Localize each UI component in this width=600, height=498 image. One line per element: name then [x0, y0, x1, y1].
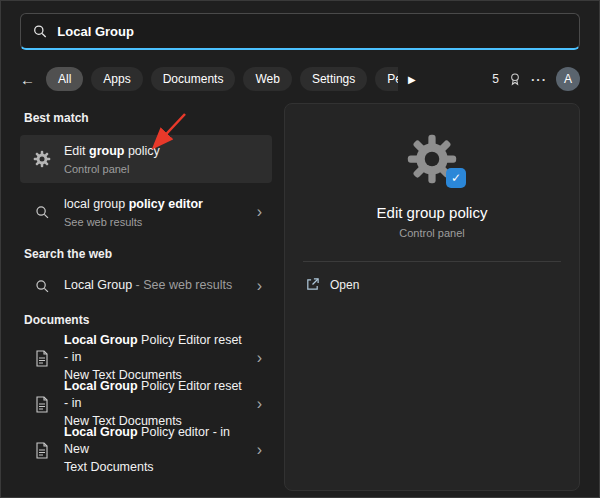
suggestion-text: local group policy editor See web result… [64, 196, 203, 229]
title-post: policy [124, 144, 159, 158]
document-icon [32, 396, 52, 413]
section-header-best-match: Best match [24, 111, 268, 125]
document-icon [32, 442, 52, 459]
gear-icon [32, 149, 52, 169]
chevron-right-icon[interactable]: › [249, 277, 262, 295]
chevron-right-icon[interactable]: › [249, 349, 262, 367]
open-button[interactable]: Open [305, 277, 359, 292]
tab-documents[interactable]: Documents [151, 67, 236, 91]
best-match-item[interactable]: Edit group policy Control panel [20, 135, 272, 183]
item-title: Local Group - See web results [64, 277, 232, 295]
search-icon [32, 279, 52, 294]
tab-apps[interactable]: Apps [91, 67, 142, 91]
check-badge: ✓ [446, 168, 466, 188]
open-label: Open [330, 278, 359, 292]
title-match: Local Group [64, 333, 138, 347]
open-external-icon [305, 277, 320, 292]
document-text: Local Group Policy Editor reset - in New… [64, 378, 249, 431]
filter-bar: ← All Apps Documents Web Settings People… [20, 64, 580, 94]
title-text: Local Group [64, 278, 132, 292]
results-column: Best match Edit group policy Control pan… [20, 103, 272, 473]
document-icon [32, 350, 52, 367]
title-match: policy editor [129, 197, 203, 211]
title-match: group [89, 144, 124, 158]
tab-web[interactable]: Web [243, 67, 291, 91]
preview-title: Edit group policy [377, 204, 488, 221]
preview-subtitle: Control panel [399, 227, 464, 239]
search-bar [20, 13, 580, 50]
title-match: Local Group [64, 425, 138, 439]
best-match-text: Edit group policy Control panel [64, 143, 160, 176]
document-item[interactable]: Local Group Policy Editor reset - in New… [20, 381, 272, 427]
chevron-right-icon[interactable]: › [249, 203, 262, 221]
search-icon [33, 24, 47, 39]
rewards-icon[interactable] [508, 72, 522, 86]
item-title: local group policy editor [64, 196, 203, 214]
document-text: Local Group Policy Editor reset - in New… [64, 332, 249, 385]
tab-all[interactable]: All [46, 67, 83, 91]
item-title: Local Group Policy editor - in New [64, 424, 249, 459]
search-icon [32, 205, 52, 220]
preview-panel: ✓ Edit group policy Control panel Open [284, 103, 580, 491]
tab-people[interactable]: People [375, 67, 398, 91]
title-pre: Edit [64, 144, 89, 158]
preview-app-icon: ✓ [403, 130, 461, 188]
section-header-documents: Documents [24, 313, 268, 327]
item-title-line2: Text Documents [64, 459, 249, 477]
title-suffix: - See web results [132, 278, 232, 292]
item-title: Local Group Policy Editor reset - in [64, 332, 249, 367]
document-item[interactable]: Local Group Policy editor - in New Text … [20, 427, 272, 473]
rewards-count[interactable]: 5 [492, 72, 499, 86]
title-match: Local Group [64, 379, 138, 393]
document-item[interactable]: Local Group Policy Editor reset - in New… [20, 335, 272, 381]
tab-strip: All Apps Documents Web Settings People F… [46, 67, 398, 91]
item-subtitle: See web results [64, 216, 203, 228]
item-subtitle: Control panel [64, 163, 160, 175]
item-title: Edit group policy [64, 143, 160, 161]
item-title: Local Group Policy Editor reset - in [64, 378, 249, 413]
divider [303, 261, 561, 262]
more-options-button[interactable]: ··· [531, 72, 547, 87]
avatar[interactable]: A [556, 67, 580, 91]
document-text: Local Group Policy editor - in New Text … [64, 424, 249, 477]
back-button[interactable]: ← [20, 71, 46, 88]
web-suggestion-item[interactable]: local group policy editor See web result… [20, 189, 272, 235]
section-header-search-web: Search the web [24, 247, 268, 261]
chevron-right-icon[interactable]: › [249, 441, 262, 459]
topbar-right-cluster: 5 ··· A [492, 67, 580, 91]
title-pre: local group [64, 197, 129, 211]
check-icon: ✓ [451, 171, 461, 185]
search-input[interactable] [57, 24, 567, 39]
web-search-item[interactable]: Local Group - See web results › [20, 269, 272, 303]
chevron-right-icon[interactable]: › [249, 395, 262, 413]
tab-settings[interactable]: Settings [300, 67, 367, 91]
tabs-scroll-right-button[interactable]: ▶ [408, 74, 416, 85]
